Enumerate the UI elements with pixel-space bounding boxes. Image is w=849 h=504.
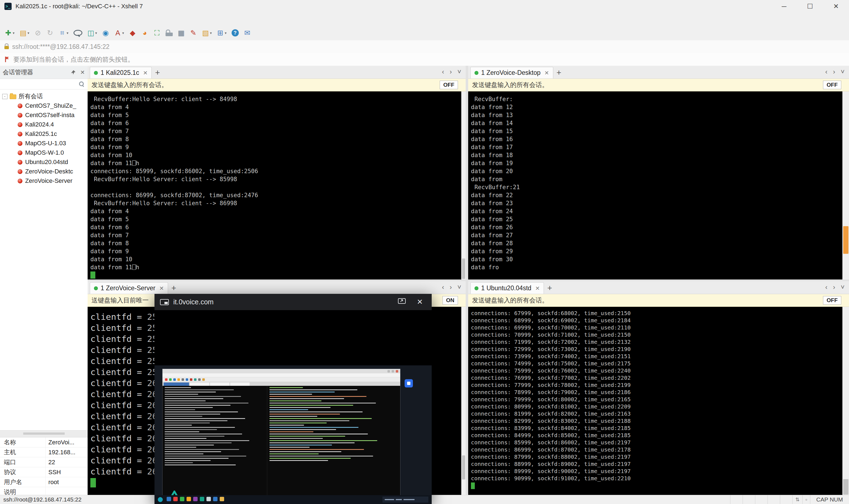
reconnect-icon[interactable]: ↻ [45,27,55,39]
minimize-button[interactable]: ─ [771,0,797,13]
broadcast-toggle[interactable]: OFF [440,80,458,89]
session-dialog-icon[interactable]: ⌗▾ [57,27,70,39]
session-item[interactable]: MapOS-U-1.03 [0,139,88,148]
tree-root[interactable]: - 所有会话 [0,92,88,101]
splitter-handle[interactable] [23,432,65,435]
scrollbar[interactable] [842,307,849,495]
pip-expand-icon[interactable] [395,298,409,306]
tab-scroll-right-icon[interactable]: › [833,283,835,291]
status-item[interactable] [780,495,792,504]
tab-close-icon[interactable]: ✕ [535,285,540,292]
status-item[interactable] [767,495,780,504]
status-item[interactable] [730,495,743,504]
menu-item[interactable] [12,14,21,24]
tab-scroll-left-icon[interactable]: ‹ [442,283,444,291]
broadcast-toggle[interactable]: OFF [823,80,841,89]
session-item[interactable]: Kali2024.4 [0,120,88,129]
fullscreen-icon[interactable]: ⛶ [152,27,162,39]
address-bar[interactable]: ssh://root:****@192.168.47.145:22 [0,40,849,53]
new-tab-button[interactable]: + [547,284,552,292]
status-item[interactable] [743,495,755,504]
new-tab-button[interactable]: + [155,69,160,77]
help-icon[interactable]: ? [230,27,241,39]
session-item[interactable]: CentOS7self-insta [0,110,88,120]
pip-close-icon[interactable]: ✕ [413,298,426,306]
menu-item[interactable] [21,14,31,24]
tab-menu-icon[interactable]: ˅ [841,283,845,291]
menu-item[interactable] [40,14,50,24]
lock-icon[interactable] [163,27,175,39]
terminal-kali[interactable]: RecvBuffer:Hello Server: client --> 8499… [88,91,466,280]
layout-icon[interactable]: ⊞▾ [215,27,228,39]
pip-window[interactable]: it.0voice.com ✕ [155,294,432,504]
transfer-icon[interactable]: ◫▾ [85,27,99,39]
find-icon[interactable] [72,27,84,39]
menu-item[interactable] [59,14,69,24]
feedback-icon[interactable]: ✉ [242,27,253,39]
tab-scroll-left-icon[interactable]: ‹ [825,283,828,291]
disconnect-icon[interactable]: ⊘ [32,27,44,39]
session-search-input[interactable] [0,79,88,89]
property-row[interactable]: 主机 192.168... [0,447,88,457]
scrollbar[interactable] [461,307,466,495]
collapse-icon[interactable]: - [2,94,7,99]
session-item[interactable]: ZeroVoice-Server [0,176,88,185]
session-item[interactable]: MapOS-W-1.0 [0,148,88,157]
menu-item[interactable] [31,14,40,24]
scrollbar-thumb[interactable] [462,455,465,480]
new-tab-button[interactable]: + [171,284,176,292]
session-item[interactable]: Ubuntu20.04std [0,157,88,167]
scrollbar[interactable] [461,91,466,280]
tab-zerovoice-server[interactable]: 1 ZeroVoice-Server ✕ [90,282,168,294]
new-tab-button[interactable]: + [557,69,561,77]
menu-item[interactable] [50,14,59,24]
scrollbar[interactable] [842,91,849,280]
calculator-icon[interactable]: ▦ [176,27,187,39]
tab-scroll-left-icon[interactable]: ‹ [442,68,444,76]
tab-close-icon[interactable]: ✕ [544,70,549,76]
scrollbar-thumb[interactable] [843,226,848,254]
property-row[interactable]: 协议 SSH [0,467,88,477]
pip-title-bar[interactable]: it.0voice.com ✕ [155,294,432,310]
font-icon[interactable]: A▾ [112,27,126,39]
new-session-icon[interactable]: ✚▾ [3,27,17,39]
session-item[interactable]: CentOS7_ShuiZe_ [0,101,88,110]
new-folder-icon[interactable]: ▧▾ [200,27,214,39]
pip-video[interactable] [155,310,432,504]
panel-close-icon[interactable]: ✕ [80,69,85,76]
scrollbar-thumb[interactable] [462,258,465,279]
highlighter-icon[interactable]: ✎ [188,27,199,39]
web-icon[interactable]: ◉ [100,27,111,39]
broadcast-toggle[interactable]: OFF [823,296,841,305]
broadcast-toggle[interactable]: ON [443,296,458,305]
tab-scroll-right-icon[interactable]: › [450,68,452,76]
pin-icon[interactable] [71,70,76,75]
tab-kali2025[interactable]: 1 Kali2025.1c ✕ [90,67,152,78]
tab-menu-icon[interactable]: ˅ [457,68,461,76]
property-row[interactable]: 用户名 root [0,477,88,487]
tab-scroll-right-icon[interactable]: › [833,68,835,76]
panel-splitter[interactable] [0,430,88,437]
menu-item[interactable] [3,14,12,24]
vnc-icon[interactable]: ◆ [127,27,138,39]
close-button[interactable]: ✕ [823,0,849,13]
tab-scroll-left-icon[interactable]: ‹ [825,68,828,76]
browser-icon[interactable]: ◕ [139,27,150,39]
tab-scroll-right-icon[interactable]: › [450,283,452,291]
scrollbar-thumb[interactable] [843,479,848,494]
tab-menu-icon[interactable]: ˅ [841,68,845,76]
open-icon[interactable]: ▤▾ [18,27,32,39]
tab-close-icon[interactable]: ✕ [159,285,164,292]
status-item[interactable] [755,495,767,504]
tab-zerovoice-desktop[interactable]: 1 ZeroVoice-Desktop ✕ [470,67,553,78]
terminal-zerovoice-desktop[interactable]: RecvBuffer:data from 12data from 13data … [468,91,849,280]
maximize-button[interactable]: ☐ [797,0,823,13]
tab-close-icon[interactable]: ✕ [143,70,148,76]
session-item[interactable]: Kali2025.1c [0,129,88,139]
tab-menu-icon[interactable]: ˅ [457,283,461,291]
session-item[interactable]: ZeroVoice-Desktc [0,167,88,176]
property-row[interactable]: 端口 22 [0,457,88,467]
tab-ubuntu[interactable]: 1 Ubuntu20.04std ✕ [470,282,544,294]
terminal-ubuntu[interactable]: connections: 67999, sockfd:68002, time_u… [468,307,849,495]
property-row[interactable]: 名称 ZeroVoi... [0,437,88,447]
